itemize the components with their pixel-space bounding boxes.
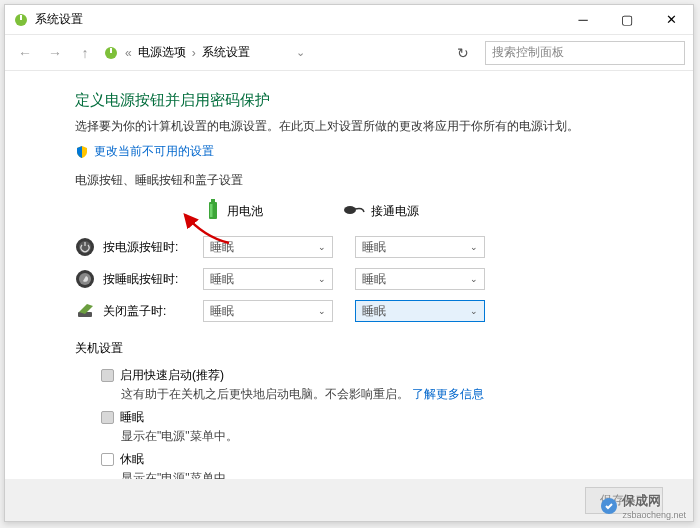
window-title: 系统设置 bbox=[35, 11, 561, 28]
learn-more-link[interactable]: 了解更多信息 bbox=[412, 387, 484, 401]
chevron-down-icon: ⌄ bbox=[470, 242, 478, 252]
search-input[interactable]: 搜索控制面板 bbox=[485, 41, 685, 65]
close-button[interactable]: ✕ bbox=[649, 5, 693, 35]
plug-icon bbox=[343, 203, 365, 220]
battery-label: 用电池 bbox=[227, 203, 263, 220]
window-controls: ─ ▢ ✕ bbox=[561, 5, 693, 35]
fast-startup-desc: 这有助于在关机之后更快地启动电脑。不会影响重启。 了解更多信息 bbox=[121, 386, 663, 403]
lid-close-battery-select[interactable]: 睡眠⌄ bbox=[203, 300, 333, 322]
back-button[interactable]: ← bbox=[13, 41, 37, 65]
watermark-main: 保成网 bbox=[622, 492, 686, 510]
sleep-button-battery-select[interactable]: 睡眠⌄ bbox=[203, 268, 333, 290]
breadcrumb[interactable]: « 电源选项 › 系统设置 ⌄ bbox=[103, 44, 441, 61]
up-button[interactable]: ↑ bbox=[73, 41, 97, 65]
content-area: 定义电源按钮并启用密码保护 选择要为你的计算机设置的电源设置。在此页上对设置所做… bbox=[5, 71, 693, 521]
sleep-option: 睡眠 显示在"电源"菜单中。 bbox=[101, 409, 663, 445]
power-button-label: 按电源按钮时: bbox=[103, 239, 203, 256]
page-heading: 定义电源按钮并启用密码保护 bbox=[75, 91, 663, 110]
fast-startup-option: 启用快速启动(推荐) 这有助于在关机之后更快地启动电脑。不会影响重启。 了解更多… bbox=[101, 367, 663, 403]
titlebar: 系统设置 ─ ▢ ✕ bbox=[5, 5, 693, 35]
lid-close-label: 关闭盖子时: bbox=[103, 303, 203, 320]
power-button-plugged-select[interactable]: 睡眠⌄ bbox=[355, 236, 485, 258]
chevron-down-icon: ⌄ bbox=[318, 306, 326, 316]
breadcrumb-item-2[interactable]: 系统设置 bbox=[202, 44, 250, 61]
chevron-down-icon: ⌄ bbox=[470, 274, 478, 284]
battery-icon bbox=[205, 199, 221, 224]
sleep-button-label: 按睡眠按钮时: bbox=[103, 271, 203, 288]
change-settings-row: 更改当前不可用的设置 bbox=[75, 143, 663, 160]
lid-close-plugged-select[interactable]: 睡眠⌄ bbox=[355, 300, 485, 322]
sleep-button-plugged-select[interactable]: 睡眠⌄ bbox=[355, 268, 485, 290]
navbar: ← → ↑ « 电源选项 › 系统设置 ⌄ ↻ 搜索控制面板 bbox=[5, 35, 693, 71]
maximize-button[interactable]: ▢ bbox=[605, 5, 649, 35]
battery-column: 用电池 bbox=[205, 199, 263, 224]
sleep-button-icon bbox=[75, 269, 95, 289]
chevron-right-icon: › bbox=[192, 46, 196, 60]
column-headers: 用电池 接通电源 bbox=[205, 199, 663, 224]
power-button-battery-select[interactable]: 睡眠⌄ bbox=[203, 236, 333, 258]
minimize-button[interactable]: ─ bbox=[561, 5, 605, 35]
power-button-row: 按电源按钮时: 睡眠⌄ 睡眠⌄ bbox=[75, 236, 663, 258]
sleep-checkbox[interactable] bbox=[101, 411, 114, 424]
footer: 保存修改 bbox=[5, 479, 693, 521]
fast-startup-checkbox[interactable] bbox=[101, 369, 114, 382]
power-button-icon bbox=[75, 237, 95, 257]
breadcrumb-sep: « bbox=[125, 46, 132, 60]
chevron-down-icon[interactable]: ⌄ bbox=[296, 46, 305, 59]
lid-close-row: 关闭盖子时: 睡眠⌄ 睡眠⌄ bbox=[75, 300, 663, 322]
breadcrumb-item-1[interactable]: 电源选项 bbox=[138, 44, 186, 61]
forward-button[interactable]: → bbox=[43, 41, 67, 65]
change-unavailable-link[interactable]: 更改当前不可用的设置 bbox=[94, 143, 214, 160]
chevron-down-icon: ⌄ bbox=[318, 242, 326, 252]
page-subtext: 选择要为你的计算机设置的电源设置。在此页上对设置所做的更改将应用于你所有的电源计… bbox=[75, 118, 663, 135]
sleep-label: 睡眠 bbox=[120, 409, 144, 426]
hibernate-checkbox[interactable] bbox=[101, 453, 114, 466]
chevron-down-icon: ⌄ bbox=[470, 306, 478, 316]
svg-point-7 bbox=[344, 206, 356, 214]
power-icon bbox=[13, 12, 29, 28]
power-options-icon bbox=[103, 45, 119, 61]
search-placeholder: 搜索控制面板 bbox=[492, 44, 564, 61]
watermark: 保成网 zsbaocheng.net bbox=[600, 492, 686, 520]
svg-rect-1 bbox=[20, 15, 22, 20]
watermark-sub: zsbaocheng.net bbox=[622, 510, 686, 520]
sleep-button-row: 按睡眠按钮时: 睡眠⌄ 睡眠⌄ bbox=[75, 268, 663, 290]
hibernate-label: 休眠 bbox=[120, 451, 144, 468]
section-label: 电源按钮、睡眠按钮和盖子设置 bbox=[75, 172, 663, 189]
svg-rect-6 bbox=[210, 204, 213, 217]
shield-icon bbox=[75, 145, 89, 159]
plugged-column: 接通电源 bbox=[343, 203, 419, 220]
lid-icon bbox=[75, 301, 95, 321]
refresh-button[interactable]: ↻ bbox=[457, 45, 469, 61]
plugged-label: 接通电源 bbox=[371, 203, 419, 220]
sleep-desc: 显示在"电源"菜单中。 bbox=[121, 428, 663, 445]
chevron-down-icon: ⌄ bbox=[318, 274, 326, 284]
fast-startup-label: 启用快速启动(推荐) bbox=[120, 367, 224, 384]
svg-rect-5 bbox=[211, 199, 215, 202]
shutdown-title: 关机设置 bbox=[75, 340, 663, 357]
window: 系统设置 ─ ▢ ✕ ← → ↑ « 电源选项 › 系统设置 ⌄ ↻ 搜索控制面… bbox=[4, 4, 694, 522]
svg-rect-3 bbox=[110, 48, 112, 53]
